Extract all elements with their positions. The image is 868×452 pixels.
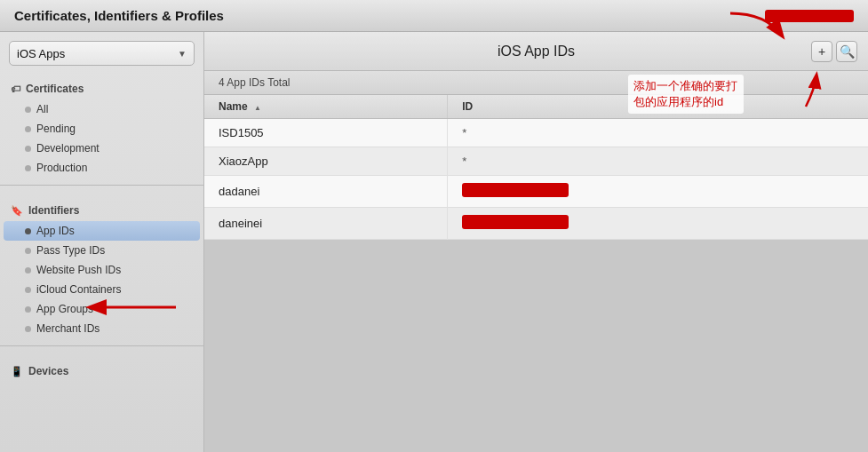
- row-name: dadanei: [204, 176, 448, 208]
- table-container: 4 App IDs Total Name ▲ ID: [204, 71, 868, 452]
- row-id-redacted: [448, 176, 868, 208]
- table-row[interactable]: daneinei: [204, 208, 868, 240]
- sidebar-item-production[interactable]: Production: [0, 158, 203, 178]
- sidebar-item-pending[interactable]: Pending: [0, 119, 203, 139]
- sidebar-item-label: iCloud Containers: [36, 283, 121, 296]
- title-bar: Certificates, Identifiers & Profiles: [0, 0, 868, 32]
- sidebar-item-label: Pending: [36, 123, 76, 135]
- title-bar-right: [765, 10, 854, 22]
- devices-icon: 📱: [11, 366, 23, 377]
- dot-icon: [25, 306, 31, 313]
- row-name: daneinei: [204, 208, 448, 240]
- chevron-down-icon: ▼: [178, 49, 187, 59]
- app-body: iOS Apps ▼ 🏷 Certificates All Pending: [0, 32, 868, 452]
- row-id: *: [448, 119, 868, 147]
- id-header-label: ID: [462, 100, 473, 113]
- dot-icon: [25, 228, 31, 234]
- identifiers-header: 🔖 Identifiers: [0, 200, 203, 221]
- table-header-name: Name ▲: [204, 95, 448, 119]
- sidebar-divider: [0, 185, 203, 186]
- window-title: Certificates, Identifiers & Profiles: [14, 8, 224, 23]
- sidebar-item-pass-type-ids[interactable]: Pass Type IDs: [0, 241, 203, 260]
- dot-icon: [25, 287, 31, 293]
- certificates-label: Certificates: [26, 83, 84, 95]
- table-row[interactable]: ISD1505 *: [204, 119, 868, 147]
- sidebar-item-merchant-ids[interactable]: Merchant IDs: [0, 319, 203, 338]
- sidebar-divider-2: [0, 345, 203, 346]
- table-row[interactable]: dadanei: [204, 176, 868, 208]
- identifiers-section: 🔖 Identifiers App IDs Pass Type IDs Webs…: [0, 200, 203, 338]
- identifiers-icon: 🔖: [11, 205, 23, 217]
- sidebar-item-label: App Groups: [36, 303, 93, 315]
- header-buttons: + 🔍: [811, 41, 857, 62]
- dot-icon: [25, 326, 31, 332]
- devices-label: Devices: [28, 365, 68, 377]
- redacted-value: [462, 215, 569, 229]
- content-title: iOS App IDs: [498, 44, 575, 59]
- dot-icon: [25, 146, 31, 152]
- certificates-section: 🏷 Certificates All Pending Development: [0, 78, 203, 178]
- table-count: 4 App IDs Total: [204, 71, 868, 95]
- sidebar-item-icloud-containers[interactable]: iCloud Containers: [0, 280, 203, 299]
- certificates-header: 🏷 Certificates: [0, 78, 203, 99]
- row-id-redacted: [448, 208, 868, 240]
- sidebar-item-app-ids[interactable]: App IDs: [4, 221, 200, 241]
- ios-apps-dropdown[interactable]: iOS Apps ▼: [9, 41, 195, 66]
- dot-icon: [25, 126, 31, 132]
- sidebar-item-label: Website Push IDs: [36, 264, 121, 276]
- sidebar-item-label: Merchant IDs: [36, 322, 100, 335]
- table-header-row: Name ▲ ID: [204, 95, 868, 119]
- sidebar-item-development[interactable]: Development: [0, 139, 203, 158]
- row-id-value: *: [462, 126, 466, 139]
- row-name: XiaozApp: [204, 147, 448, 176]
- identifiers-label: Identifiers: [28, 204, 79, 217]
- app-ids-table: Name ▲ ID ISD1505 *: [204, 95, 868, 240]
- certificate-icon: 🏷: [11, 83, 20, 94]
- sort-icon: ▲: [254, 104, 261, 112]
- devices-header: 📱 Devices: [0, 361, 203, 382]
- devices-section: 📱 Devices: [0, 361, 203, 382]
- row-id-value: *: [462, 155, 466, 168]
- sidebar-item-label: Production: [36, 162, 87, 174]
- sidebar-item-all[interactable]: All: [0, 99, 203, 119]
- main-content: iOS App IDs + 🔍 添加一个准确的要打包的应用程序的id: [204, 32, 868, 452]
- dropdown-label: iOS Apps: [17, 47, 65, 60]
- sidebar: iOS Apps ▼ 🏷 Certificates All Pending: [0, 32, 204, 452]
- content-header: iOS App IDs + 🔍: [204, 32, 868, 71]
- search-button[interactable]: 🔍: [836, 41, 857, 62]
- dot-icon: [25, 165, 31, 171]
- redacted-value: [462, 183, 569, 197]
- sidebar-item-app-groups[interactable]: App Groups: [0, 299, 203, 319]
- dot-icon: [25, 267, 31, 274]
- redacted-info: [765, 10, 854, 22]
- search-icon: 🔍: [840, 44, 855, 59]
- table-row[interactable]: XiaozApp *: [204, 147, 868, 176]
- sidebar-item-label: All: [36, 103, 48, 115]
- sidebar-item-label: Pass Type IDs: [36, 244, 105, 257]
- add-button[interactable]: +: [811, 41, 832, 62]
- row-id: *: [448, 147, 868, 176]
- row-name: ISD1505: [204, 119, 448, 147]
- table-header-id: ID: [448, 95, 868, 119]
- name-header-label: Name: [219, 100, 248, 113]
- sidebar-item-label: App IDs: [36, 225, 75, 237]
- dot-icon: [25, 107, 31, 113]
- sidebar-item-label: Development: [36, 142, 100, 155]
- dot-icon: [25, 248, 31, 254]
- sidebar-item-website-push-ids[interactable]: Website Push IDs: [0, 260, 203, 280]
